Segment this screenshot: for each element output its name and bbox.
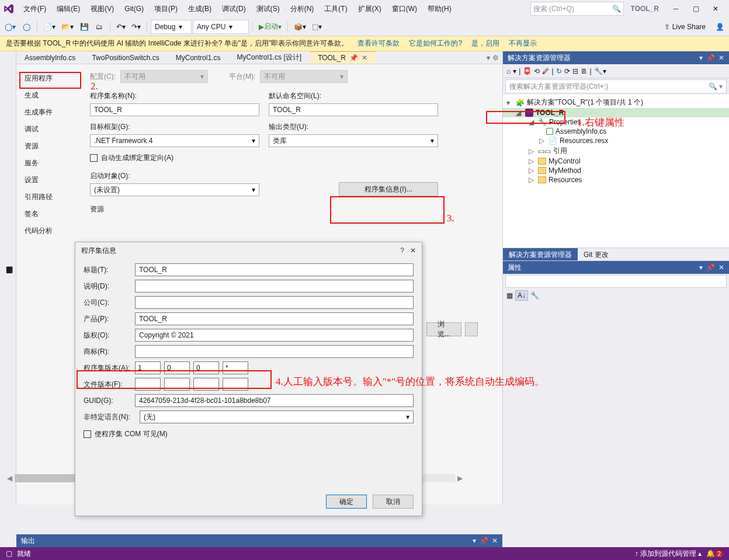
scroll-right-icon[interactable]: ▶ [457,474,463,482]
nav-services[interactable]: 服务 [16,155,81,172]
menu-project[interactable]: 项目(P) [150,2,182,16]
dlg-desc-input[interactable] [135,280,414,293]
close-icon[interactable]: ✕ [410,246,416,255]
close-icon[interactable]: ✕ [492,537,498,545]
alphabetical-icon[interactable]: A↓ [515,290,528,301]
dlg-asmver-build[interactable]: 0 [193,361,219,374]
enable-link[interactable]: 是，启用 [471,39,499,48]
dlg-filever-major[interactable] [135,378,161,391]
live-share-button[interactable]: ⇪ Live Share [658,23,711,31]
dropdown-icon[interactable]: ▾ [699,263,703,272]
tree-resources-resx[interactable]: ▷📄Resources.resx [503,136,729,145]
forward-button[interactable]: ◯ [19,20,33,34]
tree-project[interactable]: ◢TOOL_R [503,108,729,117]
add-to-source-control[interactable]: ↑ 添加到源代码管理 ▴ [635,549,702,559]
toolbar-icon[interactable]: 📮 [523,67,532,75]
nav-build[interactable]: 生成 [16,87,81,104]
scroll-left-icon[interactable]: ◀ [7,474,12,482]
nav-resources[interactable]: 资源 [16,138,81,155]
tab-mycontrol1-cs[interactable]: MyControl1.cs [168,51,229,64]
menu-git[interactable]: Git(G) [120,2,148,15]
menu-help[interactable]: 帮助(H) [423,2,456,16]
notifications-icon[interactable]: 🔔2 [706,549,723,558]
menu-edit[interactable]: 编辑(E) [52,2,85,16]
refresh-icon[interactable]: ↻ [556,67,562,75]
close-tab-icon[interactable]: ✕ [362,54,367,62]
auto-binding-checkbox[interactable]: 自动生成绑定重定向(A) [90,153,493,163]
pin-icon[interactable]: 📌 [706,54,715,62]
close-icon[interactable]: ✕ [718,263,724,272]
cancel-button[interactable]: 取消 [373,495,414,509]
properties-icon[interactable]: 🔧▾ [594,67,606,75]
menu-debug[interactable]: 调试(D) [217,2,251,16]
menu-build[interactable]: 生成(B) [183,2,216,16]
tab-solution-explorer[interactable]: 解决方案资源管理器 [503,248,578,260]
toolbar-icon[interactable]: 📦▾ [291,20,308,34]
dropdown-icon[interactable]: ▾ [699,54,703,62]
dropdown-icon[interactable]: ▾ [487,54,490,62]
config-dropdown[interactable]: Debug▾ [151,20,192,34]
ok-button[interactable]: 确定 [326,495,367,509]
dlg-company-input[interactable] [135,296,414,309]
nav-application[interactable]: 应用程序 [16,70,81,87]
nav-build-events[interactable]: 生成事件 [16,104,81,121]
menu-extensions[interactable]: 扩展(X) [353,2,386,16]
output-type-dropdown[interactable]: 类库▾ [269,134,438,147]
redo-button[interactable]: ↷▾ [129,20,143,34]
assembly-info-button[interactable]: 程序集信息(I)... [339,182,438,196]
home-icon[interactable]: ⌂ [506,67,511,75]
solution-search[interactable]: 搜索解决方案资源管理器(Ctrl+;)🔍 ▾ [505,79,727,93]
toolbar-icon[interactable]: ⟲ [534,67,540,75]
tab-git-changes[interactable]: Git 更改 [578,248,615,260]
start-debug-button[interactable]: ▶ 启动 ▾ [256,20,284,34]
back-button[interactable]: ◯▾ [2,20,18,34]
tab-twopositionswitch[interactable]: TwoPositionSwitch.cs [84,51,167,64]
asmname-input[interactable]: TOOL_R [90,103,259,116]
pin-icon[interactable]: 📌 [706,263,715,272]
tree-assemblyinfo[interactable]: AssemblyInfo.cs [503,127,729,136]
nav-signing[interactable]: 签名 [16,206,81,222]
dlg-copyright-input[interactable]: Copyright © 2021 [135,329,414,342]
dlg-guid-input[interactable]: 42647059-213d-4f28-bc01-101a8bde8b07 [135,394,414,407]
sync-icon[interactable]: ⟳ [564,67,570,75]
nav-code-analysis[interactable]: 代码分析 [16,222,81,239]
dlg-com-visible-checkbox[interactable]: 使程序集 COM 可见(M) [84,429,414,439]
close-icon[interactable]: ✕ [718,54,724,62]
dlg-filever-rev[interactable] [223,378,248,391]
dismiss-link[interactable]: 不再显示 [509,39,537,48]
save-button[interactable]: 💾 [77,20,91,34]
how-it-works-link[interactable]: 它是如何工作的? [409,39,462,48]
save-all-button[interactable]: 🗂 [92,20,106,34]
minimize-button[interactable]: ─ [666,2,686,16]
dlg-asmver-major[interactable]: 1 [135,361,161,374]
close-button[interactable]: ✕ [706,2,725,16]
dlg-asmver-minor[interactable]: 0 [164,361,190,374]
tree-solution[interactable]: ▾🧩解决方案"TOOL_R"(1 个项目/共 1 个) [503,97,729,108]
toolbar-icon[interactable]: ⬚▾ [310,20,324,34]
menu-file[interactable]: 文件(F) [19,2,51,16]
account-icon[interactable]: 👤 [713,20,727,34]
dlg-lang-dropdown[interactable]: (无)▾ [140,411,414,423]
dlg-asmver-rev[interactable]: * [223,361,248,374]
tree-resources[interactable]: ▷Resources [503,175,729,185]
platform-dropdown[interactable]: Any CPU▾ [193,20,249,34]
tab-assemblyinfo[interactable]: AssemblyInfo.cs [16,51,84,64]
collapse-icon[interactable]: ⊟ [572,67,578,75]
startup-object-dropdown[interactable]: (未设置)▾ [90,183,259,196]
categorize-icon[interactable]: ▦ [506,291,513,300]
help-icon[interactable]: ? [400,246,404,255]
tree-mymethod[interactable]: ▷MyMethod [503,166,729,175]
menu-analyze[interactable]: 分析(N) [286,2,319,16]
dlg-trademark-input[interactable] [135,345,414,358]
pin-icon[interactable]: 📌 [480,537,488,545]
view-license-link[interactable]: 查看许可条款 [357,39,400,48]
server-explorer-tab[interactable]: 服务器资源管理器 [4,277,16,281]
menu-view[interactable]: 视图(V) [86,2,119,16]
nav-debug[interactable]: 调试 [16,121,81,138]
menu-test[interactable]: 测试(S) [252,2,284,16]
tab-mycontrol1-design[interactable]: MyControl1.cs [设计] [228,51,310,64]
dlg-filever-build[interactable] [193,378,219,391]
target-framework-dropdown[interactable]: .NET Framework 4▾ [90,134,259,147]
new-button[interactable]: 📄▾ [41,20,58,34]
dlg-title-input[interactable]: TOOL_R [135,263,414,276]
